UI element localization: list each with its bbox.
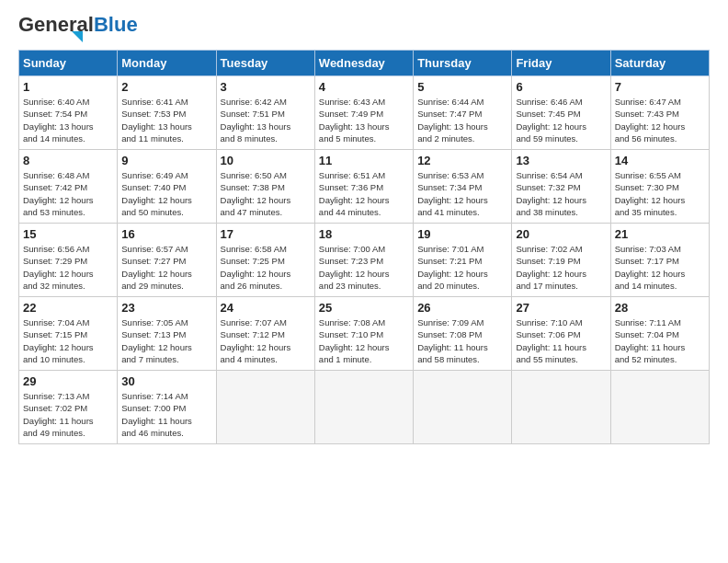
- day-info: Sunrise: 7:10 AM Sunset: 7:06 PM Dayligh…: [516, 316, 606, 365]
- day-number: 28: [615, 301, 705, 315]
- day-info: Sunrise: 7:09 AM Sunset: 7:08 PM Dayligh…: [417, 316, 507, 365]
- day-info: Sunrise: 7:00 AM Sunset: 7:23 PM Dayligh…: [319, 243, 409, 292]
- calendar-cell: 24Sunrise: 7:07 AM Sunset: 7:12 PM Dayli…: [216, 297, 314, 371]
- calendar-table: SundayMondayTuesdayWednesdayThursdayFrid…: [18, 50, 710, 444]
- calendar-cell: 8Sunrise: 6:48 AM Sunset: 7:42 PM Daylig…: [19, 150, 118, 224]
- day-number: 25: [319, 301, 409, 315]
- calendar-cell: 26Sunrise: 7:09 AM Sunset: 7:08 PM Dayli…: [414, 297, 512, 371]
- day-of-week-row: SundayMondayTuesdayWednesdayThursdayFrid…: [19, 51, 710, 76]
- day-number: 2: [121, 80, 211, 94]
- calendar-cell: 30Sunrise: 7:14 AM Sunset: 7:00 PM Dayli…: [118, 371, 216, 444]
- calendar-cell: 16Sunrise: 6:57 AM Sunset: 7:27 PM Dayli…: [118, 224, 216, 297]
- day-info: Sunrise: 7:13 AM Sunset: 7:02 PM Dayligh…: [23, 390, 113, 439]
- day-info: Sunrise: 6:46 AM Sunset: 7:45 PM Dayligh…: [516, 96, 606, 144]
- day-info: Sunrise: 6:50 AM Sunset: 7:38 PM Dayligh…: [221, 169, 311, 218]
- day-number: 10: [221, 154, 311, 167]
- day-info: Sunrise: 6:51 AM Sunset: 7:36 PM Dayligh…: [319, 169, 409, 218]
- day-info: Sunrise: 6:48 AM Sunset: 7:42 PM Dayligh…: [23, 169, 113, 218]
- day-info: Sunrise: 7:01 AM Sunset: 7:21 PM Dayligh…: [417, 243, 507, 292]
- week-row-3: 15Sunrise: 6:56 AM Sunset: 7:29 PM Dayli…: [19, 224, 710, 297]
- day-number: 29: [23, 374, 113, 388]
- calendar-cell: [216, 371, 314, 444]
- day-number: 6: [516, 80, 606, 94]
- day-info: Sunrise: 6:58 AM Sunset: 7:25 PM Dayligh…: [221, 243, 311, 292]
- calendar-cell: 22Sunrise: 7:04 AM Sunset: 7:15 PM Dayli…: [19, 297, 118, 371]
- calendar-cell: 19Sunrise: 7:01 AM Sunset: 7:21 PM Dayli…: [414, 224, 512, 297]
- calendar-cell: 13Sunrise: 6:54 AM Sunset: 7:32 PM Dayli…: [512, 150, 610, 224]
- day-info: Sunrise: 7:07 AM Sunset: 7:12 PM Dayligh…: [221, 316, 311, 365]
- day-number: 18: [319, 227, 409, 241]
- calendar-cell: 10Sunrise: 6:50 AM Sunset: 7:38 PM Dayli…: [216, 150, 314, 224]
- page: GeneralBlue SundayMondayTuesdayWednesday…: [0, 0, 728, 455]
- calendar-cell: 2Sunrise: 6:41 AM Sunset: 7:53 PM Daylig…: [118, 76, 216, 150]
- calendar-cell: 25Sunrise: 7:08 AM Sunset: 7:10 PM Dayli…: [314, 297, 413, 371]
- day-number: 11: [319, 154, 409, 167]
- calendar-cell: 9Sunrise: 6:49 AM Sunset: 7:40 PM Daylig…: [118, 150, 216, 224]
- day-number: 16: [121, 227, 211, 241]
- week-row-4: 22Sunrise: 7:04 AM Sunset: 7:15 PM Dayli…: [19, 297, 710, 371]
- calendar-cell: 14Sunrise: 6:55 AM Sunset: 7:30 PM Dayli…: [610, 150, 709, 224]
- day-number: 12: [417, 154, 507, 167]
- dow-header-wednesday: Wednesday: [314, 51, 413, 76]
- day-number: 5: [417, 80, 507, 94]
- day-number: 30: [121, 374, 211, 388]
- calendar-cell: [414, 371, 512, 444]
- day-info: Sunrise: 6:40 AM Sunset: 7:54 PM Dayligh…: [23, 96, 113, 144]
- calendar-cell: 11Sunrise: 6:51 AM Sunset: 7:36 PM Dayli…: [314, 150, 413, 224]
- day-number: 14: [615, 154, 705, 167]
- calendar-cell: 23Sunrise: 7:05 AM Sunset: 7:13 PM Dayli…: [118, 297, 216, 371]
- day-info: Sunrise: 7:03 AM Sunset: 7:17 PM Dayligh…: [615, 243, 705, 292]
- logo-blue: Blue: [94, 13, 138, 36]
- calendar-cell: 28Sunrise: 7:11 AM Sunset: 7:04 PM Dayli…: [610, 297, 709, 371]
- day-info: Sunrise: 6:56 AM Sunset: 7:29 PM Dayligh…: [23, 243, 113, 292]
- day-info: Sunrise: 7:05 AM Sunset: 7:13 PM Dayligh…: [121, 316, 211, 365]
- week-row-5: 29Sunrise: 7:13 AM Sunset: 7:02 PM Dayli…: [19, 371, 710, 444]
- day-info: Sunrise: 6:54 AM Sunset: 7:32 PM Dayligh…: [516, 169, 606, 218]
- calendar-body: 1Sunrise: 6:40 AM Sunset: 7:54 PM Daylig…: [19, 76, 710, 444]
- calendar-cell: 6Sunrise: 6:46 AM Sunset: 7:45 PM Daylig…: [512, 76, 610, 150]
- day-number: 8: [23, 154, 113, 167]
- day-info: Sunrise: 7:08 AM Sunset: 7:10 PM Dayligh…: [319, 316, 409, 365]
- day-number: 20: [516, 227, 606, 241]
- calendar-cell: 20Sunrise: 7:02 AM Sunset: 7:19 PM Dayli…: [512, 224, 610, 297]
- day-info: Sunrise: 6:43 AM Sunset: 7:49 PM Dayligh…: [319, 96, 409, 144]
- calendar-cell: 7Sunrise: 6:47 AM Sunset: 7:43 PM Daylig…: [610, 76, 709, 150]
- day-info: Sunrise: 6:55 AM Sunset: 7:30 PM Dayligh…: [615, 169, 705, 218]
- day-number: 21: [615, 227, 705, 241]
- week-row-1: 1Sunrise: 6:40 AM Sunset: 7:54 PM Daylig…: [19, 76, 710, 150]
- calendar-cell: [512, 371, 610, 444]
- day-info: Sunrise: 7:11 AM Sunset: 7:04 PM Dayligh…: [615, 316, 705, 365]
- dow-header-sunday: Sunday: [19, 51, 118, 76]
- day-number: 27: [516, 301, 606, 315]
- dow-header-monday: Monday: [118, 51, 216, 76]
- day-info: Sunrise: 6:41 AM Sunset: 7:53 PM Dayligh…: [121, 96, 211, 144]
- day-number: 15: [23, 227, 113, 241]
- day-number: 19: [417, 227, 507, 241]
- week-row-2: 8Sunrise: 6:48 AM Sunset: 7:42 PM Daylig…: [19, 150, 710, 224]
- calendar-cell: 18Sunrise: 7:00 AM Sunset: 7:23 PM Dayli…: [314, 224, 413, 297]
- day-info: Sunrise: 6:53 AM Sunset: 7:34 PM Dayligh…: [417, 169, 507, 218]
- dow-header-saturday: Saturday: [610, 51, 709, 76]
- calendar-cell: 29Sunrise: 7:13 AM Sunset: 7:02 PM Dayli…: [19, 371, 118, 444]
- header: GeneralBlue: [18, 15, 710, 42]
- day-number: 4: [319, 80, 409, 94]
- day-number: 7: [615, 80, 705, 94]
- day-info: Sunrise: 6:42 AM Sunset: 7:51 PM Dayligh…: [221, 96, 311, 144]
- calendar-cell: 3Sunrise: 6:42 AM Sunset: 7:51 PM Daylig…: [216, 76, 314, 150]
- day-number: 17: [221, 227, 311, 241]
- day-info: Sunrise: 7:14 AM Sunset: 7:00 PM Dayligh…: [121, 390, 211, 439]
- calendar-cell: 4Sunrise: 6:43 AM Sunset: 7:49 PM Daylig…: [314, 76, 413, 150]
- day-number: 13: [516, 154, 606, 167]
- dow-header-thursday: Thursday: [414, 51, 512, 76]
- day-info: Sunrise: 7:02 AM Sunset: 7:19 PM Dayligh…: [516, 243, 606, 292]
- day-info: Sunrise: 6:44 AM Sunset: 7:47 PM Dayligh…: [417, 96, 507, 144]
- dow-header-friday: Friday: [512, 51, 610, 76]
- calendar-cell: 27Sunrise: 7:10 AM Sunset: 7:06 PM Dayli…: [512, 297, 610, 371]
- calendar-cell: 17Sunrise: 6:58 AM Sunset: 7:25 PM Dayli…: [216, 224, 314, 297]
- calendar-cell: 21Sunrise: 7:03 AM Sunset: 7:17 PM Dayli…: [610, 224, 709, 297]
- day-info: Sunrise: 6:47 AM Sunset: 7:43 PM Dayligh…: [615, 96, 705, 144]
- day-number: 9: [121, 154, 211, 167]
- calendar-cell: [314, 371, 413, 444]
- day-info: Sunrise: 6:49 AM Sunset: 7:40 PM Dayligh…: [121, 169, 211, 218]
- calendar-cell: 12Sunrise: 6:53 AM Sunset: 7:34 PM Dayli…: [414, 150, 512, 224]
